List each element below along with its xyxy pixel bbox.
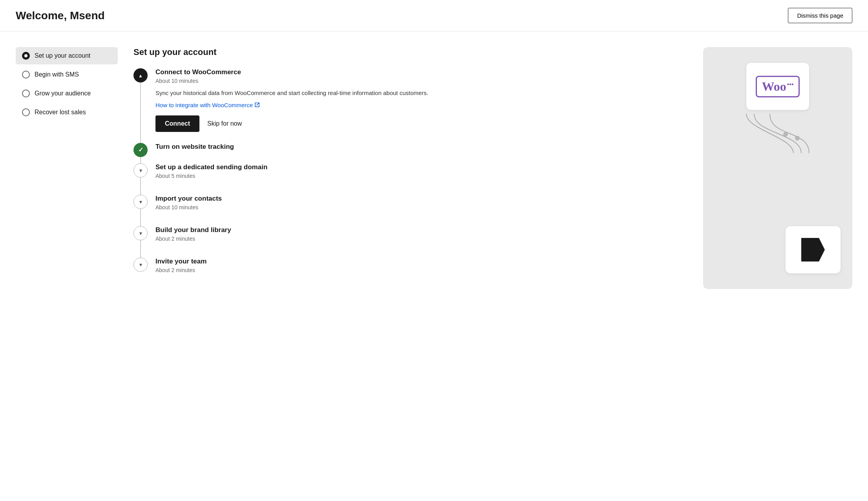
sidebar-item-setup-account[interactable]: Set up your account [16, 47, 118, 64]
sidebar-item-recover-sales[interactable]: Recover lost sales [16, 104, 118, 121]
connector-svg [723, 110, 833, 157]
connector-illustration [723, 110, 833, 157]
content-area: Set up your account Begin with SMS Grow … [0, 31, 868, 305]
step-actions: Connect Skip for now [155, 115, 687, 132]
illustration-panel: Woo ••• [703, 47, 852, 289]
step-title: Set up a dedicated sending domain [155, 163, 687, 171]
connect-button[interactable]: Connect [155, 115, 199, 132]
step-title: Build your brand library [155, 226, 687, 234]
step-title: Turn on website tracking [155, 143, 687, 151]
step-title: Invite your team [155, 258, 687, 265]
external-link-icon [254, 102, 260, 108]
svg-marker-2 [801, 238, 825, 261]
sidebar-item-dot [22, 52, 30, 60]
step-body-connect-woo: Connect to WooCommerce About 10 minutes … [155, 68, 687, 143]
step-icon-brand-library[interactable] [133, 226, 148, 240]
step-icon-invite-team[interactable] [133, 258, 148, 272]
sidebar-item-label: Recover lost sales [35, 109, 86, 116]
sidebar-item-dot [22, 108, 30, 116]
woo-suffix: ••• [787, 81, 794, 88]
woo-text: Woo [762, 79, 786, 94]
woo-integration-link[interactable]: How to integrate with WooCommerce [155, 102, 260, 108]
step-connector-line [140, 82, 141, 147]
step-body-sending-domain: Set up a dedicated sending domain About … [155, 163, 687, 195]
sidebar-item-grow-audience[interactable]: Grow your audience [16, 85, 118, 102]
main-content: Set up your account Connect to WooCommer… [133, 47, 687, 289]
svg-point-0 [784, 132, 788, 136]
step-title: Import your contacts [155, 195, 687, 203]
sidebar-item-begin-sms[interactable]: Begin with SMS [16, 66, 118, 83]
woo-card: Woo ••• [746, 63, 809, 110]
step-website-tracking: Turn on website tracking [133, 143, 687, 163]
sidebar-item-dot [22, 90, 30, 97]
step-icon-website-tracking[interactable] [133, 143, 148, 157]
step-title: Connect to WooCommerce [155, 68, 687, 76]
skip-button[interactable]: Skip for now [207, 120, 242, 127]
step-subtitle: About 10 minutes [155, 204, 687, 210]
step-import-contacts: Import your contacts About 10 minutes [133, 195, 687, 226]
step-invite-team: Invite your team About 2 minutes [133, 258, 687, 289]
step-body-brand-library: Build your brand library About 2 minutes [155, 226, 687, 258]
step-sending-domain: Set up a dedicated sending domain About … [133, 163, 687, 195]
sidebar-item-dot [22, 71, 30, 79]
step-body-import-contacts: Import your contacts About 10 minutes [155, 195, 687, 226]
step-subtitle: About 5 minutes [155, 173, 687, 179]
step-subtitle: About 10 minutes [155, 78, 687, 84]
section-title: Set up your account [133, 47, 687, 57]
checkmark-icon [138, 146, 143, 154]
page-title: Welcome, Msend [16, 9, 105, 22]
chevron-down-icon [139, 167, 142, 174]
step-body-website-tracking: Turn on website tracking [155, 143, 687, 163]
woo-logo: Woo ••• [756, 76, 799, 97]
klaviyo-card [786, 226, 841, 273]
step-subtitle: About 2 minutes [155, 267, 687, 273]
dismiss-button[interactable]: Dismiss this page [788, 8, 852, 23]
step-icon-connect-woo[interactable] [133, 68, 148, 82]
steps-list: Connect to WooCommerce About 10 minutes … [133, 68, 687, 289]
chevron-down-icon [139, 230, 142, 237]
chevron-up-icon [138, 72, 143, 79]
svg-point-1 [795, 136, 799, 140]
step-icon-sending-domain[interactable] [133, 163, 148, 177]
chevron-down-icon [139, 198, 142, 205]
sidebar-item-label: Grow your audience [35, 90, 91, 97]
step-subtitle: About 2 minutes [155, 236, 687, 242]
step-icon-import-contacts[interactable] [133, 195, 148, 209]
sidebar-item-label: Begin with SMS [35, 71, 79, 78]
step-brand-library: Build your brand library About 2 minutes [133, 226, 687, 258]
chevron-down-icon [139, 261, 142, 268]
klaviyo-icon [801, 238, 825, 261]
sidebar-item-label: Set up your account [35, 52, 90, 59]
step-body-invite-team: Invite your team About 2 minutes [155, 258, 687, 289]
sidebar: Set up your account Begin with SMS Grow … [16, 47, 118, 289]
step-connect-woo: Connect to WooCommerce About 10 minutes … [133, 68, 687, 143]
step-description: Sync your historical data from WooCommer… [155, 89, 687, 98]
header: Welcome, Msend Dismiss this page [0, 0, 868, 31]
